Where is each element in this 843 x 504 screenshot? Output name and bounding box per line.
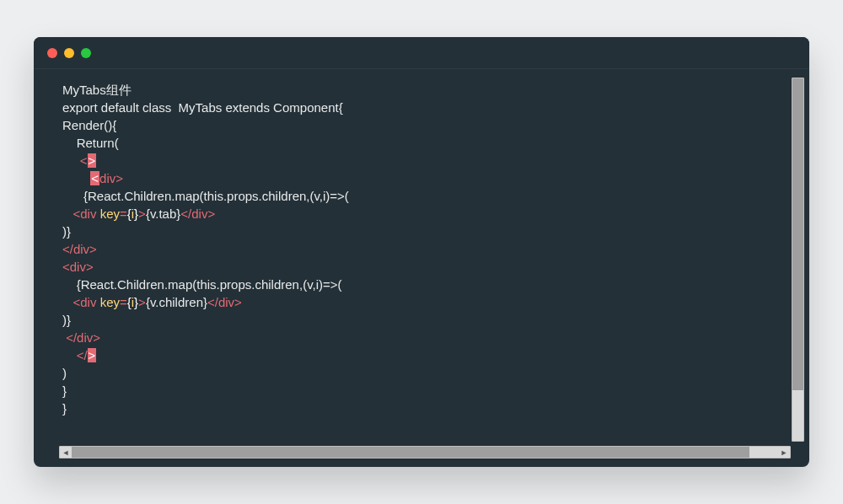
content-area: MyTabs组件 export default class MyTabs ext…: [34, 69, 809, 467]
jsx-open-tag: <div>: [62, 260, 94, 274]
code-text: {React.Children.map(this.props.children,…: [83, 189, 349, 203]
vertical-scroll-thumb[interactable]: [792, 78, 803, 390]
code-indent: [62, 295, 73, 309]
code-line: )}: [62, 224, 71, 239]
code-line: }: [62, 401, 67, 416]
jsx-tag: >: [138, 206, 146, 221]
scroll-left-icon[interactable]: ◄: [60, 447, 72, 458]
jsx-tag: div>: [99, 171, 123, 185]
code-text: Return(: [77, 136, 119, 150]
vertical-scrollbar[interactable]: [792, 78, 804, 442]
maximize-icon[interactable]: [81, 48, 91, 58]
jsx-tag: </: [77, 348, 88, 362]
code-line: MyTabs组件: [62, 83, 132, 97]
code-indent: [62, 348, 77, 362]
titlebar: [34, 37, 809, 69]
equals: =: [120, 295, 127, 309]
close-icon[interactable]: [47, 48, 57, 58]
jsx-open-tag: <div: [73, 206, 97, 221]
code-indent: [62, 277, 77, 292]
horizontal-scrollbar[interactable]: ◄ ►: [59, 446, 791, 458]
highlighted-char: <: [90, 171, 99, 185]
code-line: )}: [62, 313, 71, 327]
code-line: export default class MyTabs extends Comp…: [62, 100, 343, 115]
code-indent: [62, 189, 83, 203]
code-block: MyTabs组件 export default class MyTabs ext…: [34, 69, 809, 417]
horizontal-scroll-track[interactable]: [72, 447, 778, 458]
code-text: {React.Children.map(this.props.children,…: [77, 277, 342, 292]
jsx-tag: >: [138, 295, 146, 309]
code-line: Render(){: [62, 118, 116, 132]
jsx-content: {v.tab}: [146, 206, 180, 221]
jsx-tag: <: [80, 153, 88, 168]
jsx-attr: key: [100, 206, 120, 221]
code-indent: [62, 206, 73, 221]
jsx-close-tag: </div>: [180, 206, 215, 221]
jsx-close-tag: </div>: [66, 330, 100, 345]
jsx-attr: key: [100, 295, 120, 309]
highlighted-char: >: [88, 348, 97, 362]
jsx-content: {v.children}: [146, 295, 207, 309]
code-indent: [62, 153, 80, 168]
jsx-open-tag: <div: [73, 295, 97, 309]
code-area: MyTabs组件 export default class MyTabs ext…: [34, 69, 809, 467]
horizontal-scroll-thumb[interactable]: [72, 447, 749, 458]
jsx-close-tag: </div>: [62, 242, 97, 256]
code-indent: [62, 136, 77, 150]
code-line: ): [62, 366, 67, 380]
equals: =: [120, 206, 127, 221]
scroll-right-icon[interactable]: ►: [778, 447, 790, 458]
code-line: }: [62, 383, 67, 398]
code-indent: [62, 171, 90, 185]
editor-window: MyTabs组件 export default class MyTabs ext…: [34, 37, 809, 467]
minimize-icon[interactable]: [64, 48, 74, 58]
highlighted-char: >: [88, 153, 97, 168]
jsx-close-tag: </div>: [207, 295, 242, 309]
